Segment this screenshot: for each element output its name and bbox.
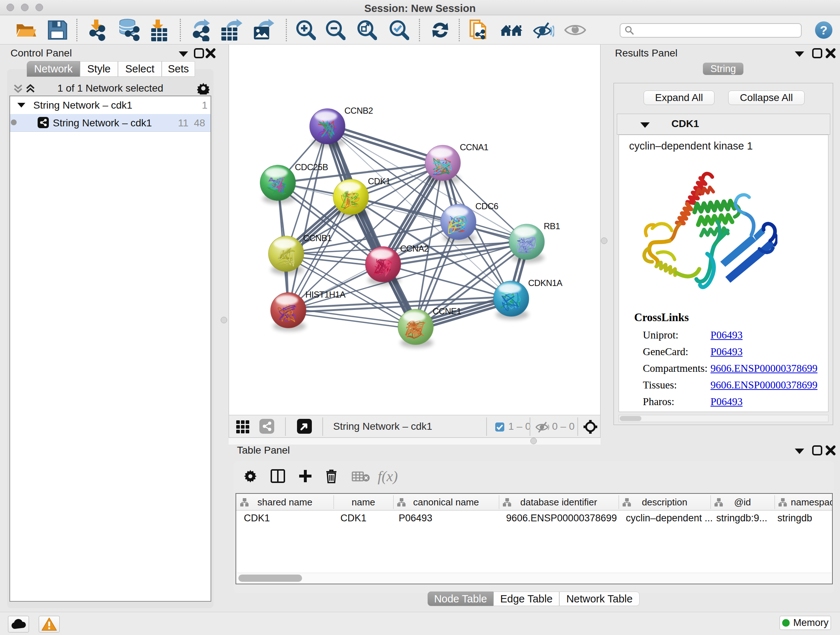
- svg-text:CCNB1: CCNB1: [303, 233, 332, 243]
- svg-text:CDKN1A: CDKN1A: [528, 278, 562, 288]
- svg-text:CDC25B: CDC25B: [295, 162, 328, 172]
- svg-text:CDK1: CDK1: [368, 176, 390, 186]
- svg-text:?: ?: [820, 23, 828, 37]
- svg-text:CCNA1: CCNA1: [460, 142, 488, 152]
- svg-text:CCNE1: CCNE1: [433, 306, 461, 316]
- svg-text:CDC6: CDC6: [475, 201, 498, 211]
- svg-text:CCNA2: CCNA2: [400, 244, 429, 253]
- svg-text:RB1: RB1: [544, 221, 560, 231]
- svg-text:HIST1H1A: HIST1H1A: [305, 290, 346, 299]
- svg-text:CCNB2: CCNB2: [344, 106, 373, 116]
